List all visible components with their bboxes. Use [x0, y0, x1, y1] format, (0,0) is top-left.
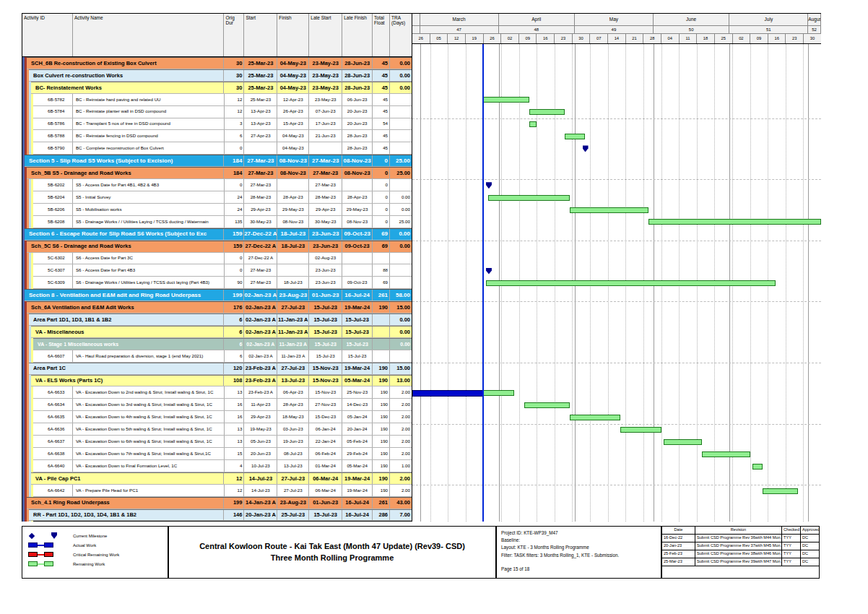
cell-value: 159	[224, 229, 244, 240]
revision-cell: Submit CSD Programme Rev 36with M44 Mon.…	[695, 535, 782, 542]
cell-value: 19-May-23	[244, 423, 277, 435]
revision-cell: 16-Dec-22	[662, 535, 695, 542]
column-header: Activity Name	[73, 14, 225, 56]
gantt-report-page: Activity IDActivity NameOrig DurStartFin…	[0, 0, 868, 614]
cell-band-name: VA - ELS Works (Parts 1C)	[31, 376, 224, 386]
cell-value: 261	[373, 290, 390, 300]
sight-line	[412, 301, 821, 302]
month-gridline	[808, 44, 809, 522]
cell-value: 15-Jul-23	[342, 314, 373, 325]
timescale-week-label: 12	[448, 34, 466, 43]
cell-value: 18-Jul-23	[277, 241, 309, 252]
cell-value: 190	[373, 448, 390, 459]
sight-line	[412, 424, 821, 425]
cell-value: 15-Jul-23	[309, 350, 342, 362]
table-row-band: Section 5 - Slip Road S5 Works (Subject …	[25, 155, 412, 167]
cell-value: 27-Jul-23	[277, 473, 309, 484]
cell-value: 13	[225, 386, 245, 398]
cell-value: 2.00	[390, 448, 412, 459]
timescale-week-label: 09	[519, 34, 537, 43]
cell-activity-name: BC - Reinstate hard paving and related U…	[73, 94, 225, 105]
cell-value: 3	[225, 118, 245, 130]
cell-value: 10-Jul-23	[244, 460, 277, 472]
cell-value: 20-Jun-23	[342, 106, 373, 118]
cell-activity-id: 6B-5782	[33, 94, 73, 105]
cell-value	[390, 94, 412, 105]
cell-value: 23-Feb-23 A	[244, 376, 277, 386]
cell-value: 23-May-23	[309, 70, 342, 81]
legend-actual-icon	[28, 542, 73, 548]
revision-row: 25-Mar-23Submit CSD Programme Rev 39with…	[662, 558, 819, 566]
cell-value: 45	[373, 82, 390, 93]
cell-value: 23-Aug-23	[277, 290, 309, 300]
cell-value: 06-Jun-23	[342, 94, 373, 105]
cell-value: 05-Feb-24	[342, 436, 373, 447]
cell-value: 6	[224, 339, 244, 350]
cell-value: 11-Jan-23 A	[277, 314, 309, 325]
cell-value: 11-Jan-23 A	[277, 339, 309, 350]
cell-value: 05-Mar-24	[342, 460, 373, 472]
cell-value: 02-Aug-23	[309, 253, 342, 264]
cell-value: 16-Jul-24	[342, 290, 373, 300]
revision-cell: 20-Jan-23	[662, 542, 695, 550]
cell-value: 25.00	[390, 155, 412, 166]
cell-value: 21-Jun-23	[309, 130, 342, 142]
cell-activity-name: VA - Excavation Down to 3rd waling & Str…	[73, 399, 225, 410]
cell-value: 08-Jul-23	[277, 448, 309, 459]
cell-value: 13-Apr-23	[244, 118, 277, 130]
cell-value: 15.00	[390, 363, 412, 374]
cell-value: 45	[373, 94, 390, 105]
sight-line	[412, 363, 821, 363]
revision-cell: TYY	[782, 558, 801, 566]
cell-value: 261	[373, 498, 390, 509]
cell-value: 27-Mar-23	[244, 179, 277, 191]
cell-value: 190	[373, 485, 390, 496]
table-row-activity: 6A-6642VA - Prepare Pile Head for PC1121…	[33, 485, 412, 497]
table-row-activity: 5B-6202S5 - Access Date for Part 4B1, 4B…	[33, 179, 412, 191]
cell-value: 184	[224, 168, 244, 178]
cell-value: 190	[373, 399, 390, 410]
cell-value	[277, 179, 309, 191]
cell-value: 0	[373, 155, 390, 166]
cell-value: 01-Jun-23	[309, 290, 342, 300]
gantt-milestone	[486, 182, 492, 189]
cell-value: 15-Jul-23	[309, 339, 342, 350]
cell-activity-id: 6B-5786	[33, 118, 73, 130]
cell-value: 15-Jul-23	[309, 510, 342, 521]
cell-band-name: SCH_6B Re-construction of Existing Box C…	[27, 58, 224, 69]
cell-value: 146	[224, 510, 244, 521]
gantt-bar-remaining	[648, 219, 821, 225]
timescale-month-number: 47	[420, 26, 499, 33]
cell-value: 24	[225, 204, 245, 215]
cell-activity-id: 5B-6204	[33, 191, 73, 203]
gantt-body	[412, 44, 821, 522]
cell-activity-id: 5B-6208	[33, 216, 73, 228]
revision-cell: TYY	[782, 535, 801, 542]
gantt-bar-remaining	[529, 109, 565, 115]
cell-value: 27-Nov-23	[309, 399, 342, 410]
revision-header-cell: Date	[662, 527, 695, 534]
cell-activity-name: S5 - Mobilisation works	[73, 204, 225, 215]
gantt-bar-remaining	[752, 464, 763, 470]
timescale-week-label: 26	[412, 34, 430, 43]
cell-value: 27-Mar-23	[244, 168, 277, 178]
cell-value: 0.00	[390, 229, 412, 240]
cell-value: 25-Nov-23	[342, 386, 373, 398]
cell-value: 15	[225, 448, 245, 459]
cell-value	[390, 350, 412, 362]
cell-value	[309, 142, 342, 154]
cell-value: 190	[373, 436, 390, 447]
cell-value: 06-Jan-24	[309, 423, 342, 435]
revision-cell: 25-Mar-23	[662, 558, 695, 566]
timescale-month-number	[412, 26, 420, 33]
cell-value: 199	[224, 498, 244, 509]
timescale-month-label: March	[420, 14, 499, 25]
legend-item: Critical Remaining Work	[28, 550, 168, 559]
cell-value: 15-Jul-23	[342, 327, 373, 337]
project-info-line: Page 15 of 18	[501, 566, 656, 573]
revision-row: 20-Jan-23Submit CSD Programme Rev 37with…	[662, 542, 819, 550]
cell-value: 17-Jun-23	[309, 118, 342, 130]
timescale-week-label: 30	[573, 34, 591, 43]
cell-band-name: Sch_4.1 Ring Road Underpass	[27, 498, 224, 509]
cell-value	[390, 106, 412, 118]
